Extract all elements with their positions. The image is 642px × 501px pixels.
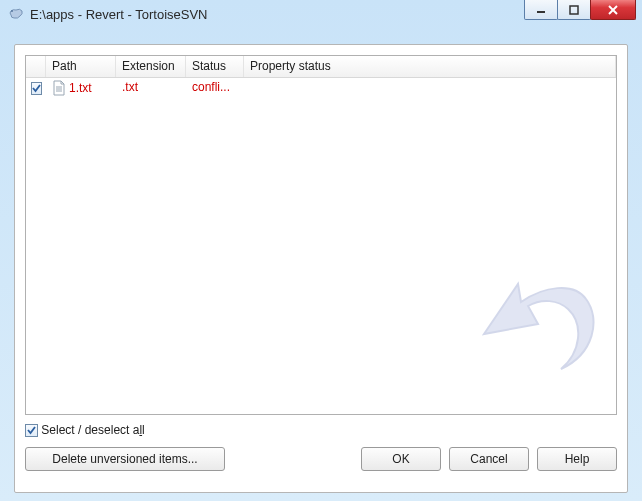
row-property-status — [244, 78, 616, 98]
checkbox-icon — [25, 424, 38, 437]
row-filename: 1.txt — [69, 81, 92, 95]
column-extension[interactable]: Extension — [116, 56, 186, 77]
dialog-client-area: Path Extension Status Property status — [14, 44, 628, 493]
tortoisesvn-watermark-icon — [466, 264, 606, 404]
button-row: Delete unversioned items... OK Cancel He… — [25, 447, 617, 471]
window-title: E:\apps - Revert - TortoiseSVN — [30, 7, 208, 22]
select-all-label: Select / deselect all — [41, 423, 144, 437]
svg-rect-2 — [570, 6, 578, 14]
row-status: confli... — [186, 78, 244, 98]
file-list-header: Path Extension Status Property status — [26, 56, 616, 78]
maximize-button[interactable] — [557, 0, 591, 20]
window-controls — [525, 0, 636, 20]
delete-unversioned-button[interactable]: Delete unversioned items... — [25, 447, 225, 471]
row-extension: .txt — [116, 78, 186, 98]
tortoisesvn-icon — [8, 6, 24, 22]
file-icon — [52, 80, 66, 96]
select-deselect-all[interactable]: Select / deselect all — [25, 423, 617, 437]
column-path[interactable]: Path — [46, 56, 116, 77]
column-status[interactable]: Status — [186, 56, 244, 77]
table-row[interactable]: 1.txt .txt confli... — [26, 78, 616, 98]
cancel-button[interactable]: Cancel — [449, 447, 529, 471]
file-list[interactable]: Path Extension Status Property status — [25, 55, 617, 415]
column-property-status[interactable]: Property status — [244, 56, 616, 77]
svg-point-0 — [11, 10, 13, 12]
close-button[interactable] — [590, 0, 636, 20]
help-button[interactable]: Help — [537, 447, 617, 471]
minimize-button[interactable] — [524, 0, 558, 20]
checkbox-icon — [31, 82, 42, 95]
row-checkbox[interactable] — [26, 78, 46, 98]
row-path: 1.txt — [46, 78, 116, 98]
column-checkbox[interactable] — [26, 56, 46, 77]
ok-button[interactable]: OK — [361, 447, 441, 471]
